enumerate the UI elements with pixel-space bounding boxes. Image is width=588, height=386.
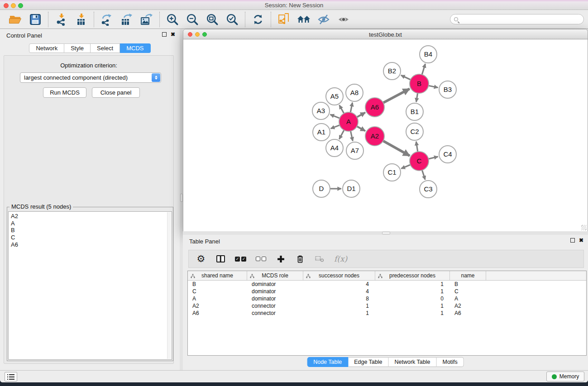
network-canvas[interactable]: AA1A2A3A4A5A6A7A8BB1B2B3B4CC1C2C3C4DD1 [183,39,588,231]
close-panel-icon[interactable]: ✖ [579,238,583,243]
tab-node-table[interactable]: Node Table [307,357,348,367]
splitter-handle[interactable] [382,232,390,234]
import-table-button[interactable] [73,12,89,27]
node-D1[interactable]: D1 [343,180,360,197]
deselect-all-button[interactable] [256,253,266,264]
node-A1[interactable]: A1 [313,124,330,141]
zoom-fit-icon [206,13,219,26]
node-B2[interactable]: B2 [383,62,401,80]
tab-network-table[interactable]: Network Table [389,357,437,367]
column-header[interactable]: shared name [188,271,247,280]
open-file-button[interactable] [8,12,23,27]
tab-style[interactable]: Style [64,43,91,53]
task-history-button[interactable] [5,372,17,381]
node-A[interactable]: A [339,112,358,131]
node-C2[interactable]: C2 [406,123,423,140]
float-panel-icon[interactable] [162,32,167,37]
column-header-label: MCDS role [262,272,288,279]
tab-edge-table[interactable]: Edge Table [348,357,388,367]
mcds-result-item[interactable]: A6 [9,241,172,248]
node-A4[interactable]: A4 [326,139,343,157]
save-session-button[interactable] [28,12,43,27]
zoom-fit-button[interactable] [205,12,220,27]
mcds-result-item[interactable]: A [9,220,172,227]
mcds-result-title: MCDS result (5 nodes) [10,203,73,210]
first-neighbors-button[interactable] [296,12,311,27]
mcds-result-item[interactable]: C [9,234,172,241]
node-C4[interactable]: C4 [439,146,456,163]
node-C1[interactable]: C1 [383,164,401,181]
export-network-button[interactable] [99,12,115,27]
criterion-select[interactable]: largest connected component (directed) [20,72,161,83]
panel-splitter-horizontal[interactable] [183,231,588,235]
export-table-button[interactable] [119,12,134,27]
zoom-selected-button[interactable] [225,12,240,27]
column-type-icon [306,273,311,280]
node-A7[interactable]: A7 [346,142,363,159]
show-all-button[interactable] [336,12,351,27]
column-header[interactable]: successor nodes [303,271,375,280]
table-cell: 1 [375,281,450,288]
node-B[interactable]: B [410,74,429,93]
node-A2[interactable]: A2 [365,127,384,146]
node-B4[interactable]: B4 [420,46,437,63]
close-panel-button[interactable]: Close panel [92,87,140,98]
table-cell: 8 [303,295,375,302]
node-B3[interactable]: B3 [439,81,456,98]
node-D[interactable]: D [313,180,330,197]
hide-selected-button[interactable] [316,12,331,27]
function-builder-button[interactable]: f(x) [334,253,347,264]
node-A5[interactable]: A5 [326,88,343,105]
run-mcds-button[interactable]: Run MCDS [43,87,86,98]
tab-mcds[interactable]: MCDS [120,43,150,53]
select-all-button[interactable]: ✓ ✓ [235,253,246,264]
node-A8[interactable]: A8 [346,84,363,101]
delete-table-button[interactable] [315,253,325,264]
column-header[interactable]: predecessor nodes [375,271,450,280]
svg-text:C1: C1 [387,168,396,176]
table-cell: 1 [303,310,375,317]
zoom-in-button[interactable] [165,12,180,27]
node-A6[interactable]: A6 [365,98,384,117]
trash-icon [296,255,304,263]
search-field[interactable] [450,14,584,24]
table-cell: 1 [375,288,450,295]
tab-motifs[interactable]: Motifs [436,357,464,367]
refresh-view-button[interactable] [250,12,266,27]
node-C3[interactable]: C3 [420,181,437,198]
table-row[interactable]: Bdominator41B [188,281,586,288]
criterion-value: largest connected component (directed) [24,74,128,81]
show-columns-button[interactable] [215,253,225,264]
panel-splitter-vertical[interactable] [180,29,183,370]
table-row[interactable]: Cdominator41C [188,288,586,295]
splitter-handle[interactable] [180,194,183,202]
node-C[interactable]: C [410,152,429,171]
tab-network[interactable]: Network [29,43,64,53]
resize-grip-icon[interactable] [581,225,587,230]
tab-select[interactable]: Select [91,43,120,53]
zoom-out-button[interactable] [185,12,200,27]
close-panel-icon[interactable]: ✖ [171,32,175,37]
memory-button[interactable]: Memory [546,372,584,381]
mcds-result-item[interactable]: A2 [9,213,172,220]
eye-icon [337,14,350,25]
node-A3[interactable]: A3 [312,102,330,119]
add-row-button[interactable] [276,253,286,264]
gear-icon: ⚙ [197,254,206,263]
mcds-result-item[interactable]: B [9,227,172,234]
search-input[interactable] [458,15,583,24]
table-row[interactable]: A2connector11A2 [188,302,586,310]
float-panel-icon[interactable] [570,238,575,243]
columns-icon [216,255,225,262]
node-B1[interactable]: B1 [406,103,423,120]
table-row[interactable]: A6connector11A6 [188,310,586,317]
column-settings-button[interactable]: ⚙ [196,253,206,264]
export-image-button[interactable] [139,12,154,27]
mcds-result-list[interactable]: A2ABCA6 [8,211,172,360]
delete-row-button[interactable] [295,253,305,264]
column-header[interactable]: name [450,271,486,280]
import-network-button[interactable] [53,12,69,27]
table-row[interactable]: Adominator80A [188,295,586,302]
column-header[interactable]: MCDS role [247,271,303,280]
new-network-from-selection-button[interactable] [276,12,292,27]
